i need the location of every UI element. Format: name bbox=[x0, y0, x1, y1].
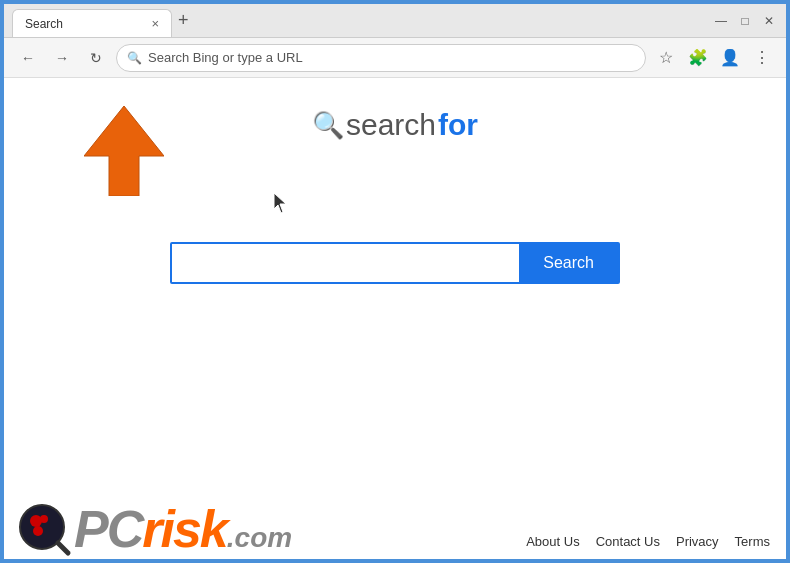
address-search-icon: 🔍 bbox=[127, 51, 142, 65]
browser-window: Search × + — □ ✕ ← → ↻ 🔍 Search Bing or … bbox=[2, 2, 788, 561]
svg-point-3 bbox=[30, 515, 42, 527]
footer-com-text: .com bbox=[227, 522, 292, 553]
profile-button[interactable]: 👤 bbox=[716, 44, 744, 72]
svg-marker-0 bbox=[84, 106, 164, 196]
about-us-link[interactable]: About Us bbox=[526, 534, 579, 549]
maximize-button[interactable]: □ bbox=[736, 12, 754, 30]
tab-area: Search × + bbox=[12, 4, 704, 37]
logo-text-search: search bbox=[346, 108, 436, 142]
search-button[interactable]: Search bbox=[519, 244, 618, 282]
minimize-button[interactable]: — bbox=[712, 12, 730, 30]
favorites-button[interactable]: ☆ bbox=[652, 44, 680, 72]
orange-arrow-icon bbox=[84, 106, 164, 196]
extensions-button[interactable]: 🧩 bbox=[684, 44, 712, 72]
footer-logo-area: PCrisk.com bbox=[14, 499, 292, 559]
svg-marker-1 bbox=[274, 193, 286, 213]
privacy-link[interactable]: Privacy bbox=[676, 534, 719, 549]
terms-link[interactable]: Terms bbox=[735, 534, 770, 549]
address-bar[interactable]: 🔍 Search Bing or type a URL bbox=[116, 44, 646, 72]
close-button[interactable]: ✕ bbox=[760, 12, 778, 30]
page-footer: PCrisk.com About Us Contact Us Privacy T… bbox=[4, 439, 786, 559]
tab-label: Search bbox=[25, 17, 63, 31]
new-tab-button[interactable]: + bbox=[172, 10, 195, 31]
navigation-bar: ← → ↻ 🔍 Search Bing or type a URL ☆ 🧩 👤 … bbox=[4, 38, 786, 78]
browser-tab[interactable]: Search × bbox=[12, 9, 172, 37]
refresh-button[interactable]: ↻ bbox=[82, 44, 110, 72]
nav-icons-right: ☆ 🧩 👤 ⋮ bbox=[652, 44, 776, 72]
svg-point-4 bbox=[40, 515, 48, 523]
logo-search-icon: 🔍 bbox=[312, 110, 344, 141]
title-bar: Search × + — □ ✕ bbox=[4, 4, 786, 38]
footer-risk-text: risk bbox=[142, 500, 227, 558]
logo-text-for: for bbox=[438, 108, 478, 142]
svg-point-5 bbox=[33, 526, 43, 536]
svg-line-6 bbox=[58, 543, 68, 553]
menu-button[interactable]: ⋮ bbox=[748, 44, 776, 72]
address-text: Search Bing or type a URL bbox=[148, 50, 635, 65]
footer-links: About Us Contact Us Privacy Terms bbox=[526, 534, 770, 549]
contact-us-link[interactable]: Contact Us bbox=[596, 534, 660, 549]
search-input[interactable] bbox=[172, 244, 519, 282]
forward-button[interactable]: → bbox=[48, 44, 76, 72]
tab-close-button[interactable]: × bbox=[151, 16, 159, 31]
footer-pc-text: PC bbox=[74, 500, 142, 558]
search-container: Search bbox=[170, 242, 620, 284]
logo-area: 🔍 searchfor bbox=[312, 108, 478, 142]
cursor-indicator bbox=[274, 193, 288, 213]
pcrisk-icon bbox=[14, 499, 74, 559]
footer-logo-text: PCrisk.com bbox=[74, 499, 292, 559]
back-button[interactable]: ← bbox=[14, 44, 42, 72]
page-content: 🔍 searchfor Search bbox=[4, 78, 786, 559]
window-controls: — □ ✕ bbox=[712, 12, 778, 30]
